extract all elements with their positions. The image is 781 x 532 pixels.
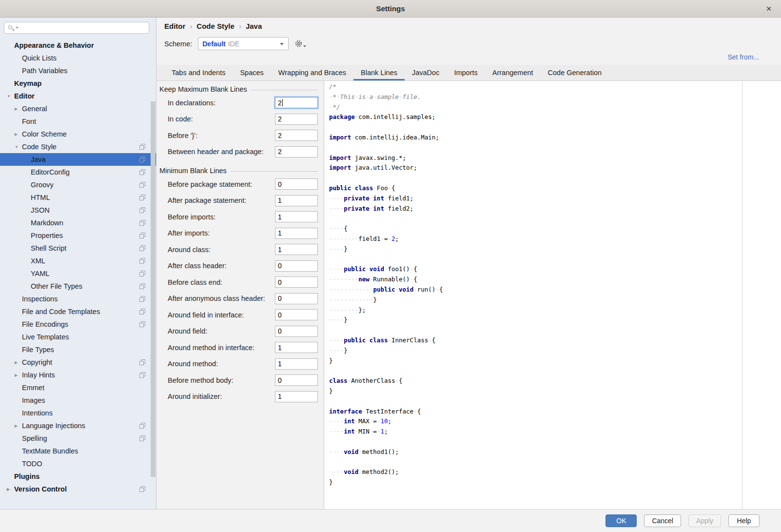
- section-title: Keep Maximum Blank Lines: [159, 85, 247, 93]
- cancel-button[interactable]: Cancel: [644, 514, 681, 527]
- sidebar-item-yaml[interactable]: YAML: [0, 267, 156, 280]
- code-token: foo1(): [388, 265, 410, 273]
- tab-spaces[interactable]: Spaces: [233, 65, 271, 80]
- whitespace-dot: ·: [329, 448, 333, 455]
- sidebar-item-todo[interactable]: TODO: [0, 457, 156, 470]
- tab-tabs-and-indents[interactable]: Tabs and Indents: [164, 65, 233, 80]
- sidebar-item-emmet[interactable]: Emmet: [0, 381, 156, 394]
- scheme-dropdown[interactable]: Default IDE: [198, 37, 289, 50]
- preview-scrollbar-track[interactable]: [742, 81, 742, 509]
- field-label: After class header:: [159, 262, 275, 270]
- code-token: {: [439, 286, 443, 293]
- search-input[interactable]: [20, 24, 149, 32]
- copy-settings-icon: [139, 195, 145, 200]
- field-input-in-declarations[interactable]: 2: [275, 97, 318, 108]
- chevron-right-icon[interactable]: ▶: [7, 487, 14, 492]
- sidebar-item-copyright[interactable]: ▶Copyright: [0, 356, 156, 369]
- sidebar-item-shell-script[interactable]: Shell Script: [0, 242, 156, 255]
- sidebar-item-file-types[interactable]: File Types: [0, 343, 156, 356]
- copy-settings-icon: [139, 309, 145, 315]
- field-input-around-method-in-interface[interactable]: 1: [275, 342, 318, 353]
- sidebar-item-general[interactable]: ▶General: [0, 102, 156, 115]
- sidebar-item-editor[interactable]: ▼Editor: [0, 90, 156, 102]
- sidebar-item-language-injections[interactable]: ▶Language Injections: [0, 419, 156, 432]
- sidebar-item-font[interactable]: Font: [0, 115, 156, 128]
- whitespace-dot: ·: [340, 336, 344, 344]
- sidebar-item-code-style[interactable]: ▼Code Style: [0, 140, 156, 153]
- field-input-before-package-statement[interactable]: 0: [275, 178, 318, 190]
- field-input-around-initializer[interactable]: 1: [275, 391, 318, 402]
- copy-settings-icon: [139, 220, 145, 226]
- code-preview-pane[interactable]: /*·*·This·is·a·sample·file.·*/package·co…: [324, 81, 781, 509]
- sidebar-item-spelling[interactable]: Spelling: [0, 432, 156, 445]
- sidebar-item-keymap[interactable]: Keymap: [0, 77, 156, 90]
- sidebar-item-label: Quick Lists: [22, 54, 57, 62]
- set-from-link[interactable]: Set from...: [727, 53, 759, 61]
- sidebar-item-label: General: [22, 105, 47, 113]
- sidebar-item-json[interactable]: JSON: [0, 204, 156, 217]
- whitespace-dot: ·: [336, 195, 340, 202]
- sidebar-item-version-control[interactable]: ▶Version Control: [0, 483, 156, 495]
- chevron-right-icon[interactable]: ▶: [15, 373, 22, 377]
- scheme-actions-button[interactable]: [294, 39, 306, 48]
- field-input-before-class-end[interactable]: 0: [275, 276, 318, 288]
- tab-blank-lines[interactable]: Blank Lines: [353, 65, 405, 80]
- sidebar-item-plugins[interactable]: Plugins: [0, 470, 156, 483]
- field-input-after-class-header[interactable]: 0: [275, 260, 318, 272]
- tab-arrangement[interactable]: Arrangement: [485, 65, 541, 80]
- sidebar-item-xml[interactable]: XML: [0, 255, 156, 267]
- help-button[interactable]: Help: [728, 514, 760, 527]
- field-input-before[interactable]: 2: [275, 130, 318, 141]
- sidebar-item-java[interactable]: Java: [0, 153, 156, 166]
- sidebar-scrollbar[interactable]: [151, 101, 156, 477]
- sidebar-item-color-scheme[interactable]: ▶Color Scheme: [0, 128, 156, 140]
- whitespace-dot: ·: [366, 286, 370, 293]
- breadcrumb-item-code-style[interactable]: Code Style: [196, 22, 234, 30]
- field-input-around-field-in-interface[interactable]: 0: [275, 309, 318, 320]
- sidebar-item-textmate-bundles[interactable]: TextMate Bundles: [0, 445, 156, 457]
- sidebar-item-path-variables[interactable]: Path Variables: [0, 64, 156, 77]
- tab-wrapping-and-braces[interactable]: Wrapping and Braces: [271, 65, 353, 80]
- ok-button[interactable]: OK: [605, 514, 637, 527]
- sidebar-item-inlay-hints[interactable]: ▶Inlay Hints: [0, 369, 156, 381]
- sidebar-item-other-file-types[interactable]: Other File Types: [0, 280, 156, 293]
- sidebar-item-inspections[interactable]: Inspections: [0, 293, 156, 305]
- field-input-before-imports[interactable]: 1: [275, 211, 318, 222]
- tab-code-generation[interactable]: Code Generation: [541, 65, 609, 80]
- sidebar-item-file-encodings[interactable]: File Encodings: [0, 318, 156, 331]
- field-input-after-imports[interactable]: 1: [275, 228, 318, 239]
- field-input-after-package-statement[interactable]: 1: [275, 195, 318, 206]
- tab-imports[interactable]: Imports: [447, 65, 485, 80]
- sidebar-item-editorconfig[interactable]: EditorConfig: [0, 166, 156, 178]
- field-input-around-method[interactable]: 1: [275, 358, 318, 370]
- whitespace-dot: ·: [333, 316, 337, 323]
- breadcrumb-item-editor[interactable]: Editor: [164, 22, 185, 30]
- sidebar-item-images[interactable]: Images: [0, 394, 156, 407]
- chevron-right-icon[interactable]: ▶: [15, 424, 22, 428]
- field-input-in-code[interactable]: 2: [275, 114, 318, 125]
- chevron-down-icon[interactable]: ▼: [7, 94, 14, 99]
- sidebar-item-properties[interactable]: Properties: [0, 229, 156, 242]
- tab-javadoc[interactable]: JavaDoc: [405, 65, 447, 80]
- sidebar-item-quick-lists[interactable]: Quick Lists: [0, 52, 156, 64]
- sidebar-item-intentions[interactable]: Intentions: [0, 407, 156, 419]
- chevron-right-icon[interactable]: ▶: [15, 132, 22, 137]
- sidebar-item-live-templates[interactable]: Live Templates: [0, 331, 156, 343]
- sidebar-item-file-and-code-templates[interactable]: File and Code Templates: [0, 305, 156, 318]
- field-input-after-anonymous-class-header[interactable]: 0: [275, 293, 318, 304]
- sidebar-item-appearance-behavior[interactable]: Appearance & Behavior: [0, 39, 156, 52]
- sidebar-item-html[interactable]: HTML: [0, 191, 156, 204]
- field-input-between-header-and-package[interactable]: 2: [275, 146, 318, 158]
- chevron-down-icon[interactable]: ▼: [15, 145, 22, 149]
- close-icon[interactable]: ×: [763, 3, 774, 14]
- chevron-right-icon[interactable]: ▶: [15, 107, 22, 111]
- breadcrumb-item-java[interactable]: Java: [246, 22, 262, 30]
- search-box[interactable]: [4, 22, 149, 34]
- sidebar-item-groovy[interactable]: Groovy: [0, 178, 156, 191]
- field-input-around-class[interactable]: 1: [275, 244, 318, 255]
- field-input-before-method-body[interactable]: 0: [275, 374, 318, 386]
- field-input-around-field[interactable]: 0: [275, 326, 318, 337]
- sidebar-item-markdown[interactable]: Markdown: [0, 217, 156, 229]
- chevron-right-icon[interactable]: ▶: [15, 360, 22, 365]
- sidebar-item-label: Live Templates: [22, 333, 69, 341]
